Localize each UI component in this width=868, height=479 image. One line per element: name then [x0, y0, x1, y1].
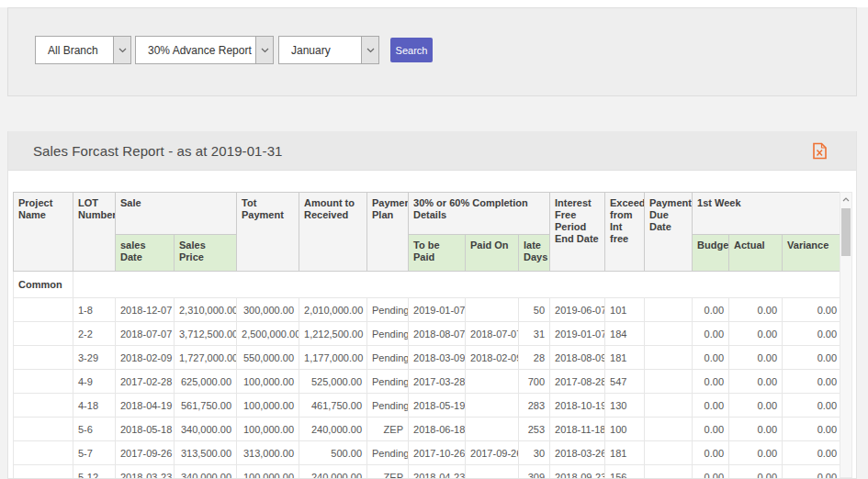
- cell-paid-on: 2017-09-26: [466, 441, 519, 465]
- cell-variance: 0.00: [783, 441, 842, 465]
- cell-due-date: [645, 322, 693, 346]
- cell-to-be-paid: 2018-03-09: [409, 346, 466, 370]
- group-row-label: Common: [14, 272, 73, 298]
- cell-late-days: 50: [519, 298, 550, 322]
- cell-sales-price: 625,000.00: [175, 370, 237, 394]
- search-button[interactable]: Search: [390, 38, 433, 62]
- cell-late-days: 253: [519, 418, 550, 441]
- header-to-be-paid: To be Paid: [409, 235, 466, 272]
- cell-sales-price: 340,000.00: [175, 418, 237, 441]
- cell-project: [14, 322, 73, 346]
- cell-amount: 1,212,500.00: [299, 322, 367, 346]
- cell-amount: 1,177,000.00: [299, 346, 367, 370]
- cell-project: [14, 394, 73, 418]
- table-row: 5-122018-03-23340,000.00100,000.00240,00…: [14, 465, 842, 479]
- group-row-spacer: [73, 272, 842, 298]
- cell-period-end: 2018-09-23: [550, 465, 605, 479]
- cell-tot-payment: 2,500,000.00: [237, 322, 299, 346]
- table-row: 4-92017-02-28625,000.00100,000.00525,000…: [14, 370, 842, 394]
- cell-due-date: [645, 370, 693, 394]
- cell-sales-date: 2017-09-26: [116, 441, 175, 465]
- cell-exceed: 181: [605, 346, 645, 370]
- month-select[interactable]: January: [278, 36, 379, 64]
- cell-to-be-paid: 2017-03-28: [409, 370, 466, 394]
- report-title-bar: Sales Forcast Report - as at 2019-01-31: [8, 131, 856, 171]
- cell-sales-date: 2017-02-28: [116, 370, 175, 394]
- cell-paid-on: [466, 418, 519, 441]
- chevron-down-icon: [361, 37, 378, 63]
- cell-period-end: 2018-11-18: [550, 418, 605, 441]
- scroll-up-icon[interactable]: [840, 193, 851, 206]
- cell-plan: ZEP: [367, 465, 409, 479]
- cell-amount: 2,010,000.00: [299, 298, 367, 322]
- cell-to-be-paid: 2019-01-07: [409, 298, 466, 322]
- cell-actual: 0.00: [729, 370, 783, 394]
- cell-to-be-paid: 2018-04-23: [409, 465, 466, 479]
- header-sale-group: Sale: [116, 193, 237, 235]
- cell-sales-date: 2018-05-18: [116, 418, 175, 441]
- cell-tot-payment: 100,000.00: [237, 370, 299, 394]
- branch-select[interactable]: All Branch: [35, 36, 131, 64]
- cell-plan: Pending: [367, 441, 409, 465]
- cell-budget: 0.00: [693, 298, 729, 322]
- header-first-week-group: 1st Week: [693, 193, 842, 235]
- cell-due-date: [645, 346, 693, 370]
- cell-lot: 4-9: [73, 370, 116, 394]
- vertical-scrollbar[interactable]: [840, 192, 852, 478]
- cell-exceed: 547: [605, 370, 645, 394]
- cell-plan: Pending: [367, 394, 409, 418]
- cell-paid-on: 2018-02-09: [466, 346, 519, 370]
- cell-sales-date: 2018-02-09: [116, 346, 175, 370]
- month-select-value: January: [279, 37, 361, 63]
- table-row: 2-22018-07-073,712,500.002,500,000.001,2…: [14, 322, 842, 346]
- cell-project: [14, 346, 73, 370]
- cell-budget: 0.00: [693, 418, 729, 441]
- header-paid-on: Paid On: [466, 235, 519, 272]
- cell-period-end: 2018-03-26: [550, 441, 605, 465]
- cell-exceed: 156: [605, 465, 645, 479]
- header-interest-free-period-end-date: Interest Free Period End Date: [550, 193, 605, 272]
- cell-to-be-paid: 2018-06-18: [409, 418, 466, 441]
- header-completion-group: 30% or 60% Completion Details: [409, 193, 550, 235]
- cell-sales-price: 313,500.00: [175, 441, 237, 465]
- cell-to-be-paid: 2018-05-19: [409, 394, 466, 418]
- filter-panel: All Branch 30% Advance Report January Se…: [7, 7, 857, 96]
- cell-amount: 240,000.00: [299, 465, 367, 479]
- report-table: Project Name LOT Number Sale Tot Payment…: [13, 192, 842, 478]
- cell-exceed: 184: [605, 322, 645, 346]
- cell-budget: 0.00: [693, 322, 729, 346]
- header-budget: Budget: [693, 235, 729, 272]
- cell-late-days: 700: [519, 370, 550, 394]
- cell-paid-on: 2018-07-07: [466, 322, 519, 346]
- cell-to-be-paid: 2018-08-07: [409, 322, 466, 346]
- cell-sales-price: 3,712,500.00: [175, 322, 237, 346]
- cell-lot: 5-7: [73, 441, 116, 465]
- cell-period-end: 2018-10-19: [550, 394, 605, 418]
- cell-actual: 0.00: [729, 465, 783, 479]
- cell-sales-price: 1,727,000.00: [175, 346, 237, 370]
- table-row: 3-292018-02-091,727,000.00550,000.001,17…: [14, 346, 842, 370]
- cell-exceed: 130: [605, 394, 645, 418]
- cell-late-days: 31: [519, 322, 550, 346]
- cell-budget: 0.00: [693, 441, 729, 465]
- cell-sales-date: 2018-03-23: [116, 465, 175, 479]
- header-payment-plan: Payment Plan: [367, 193, 409, 272]
- excel-export-icon[interactable]: [812, 142, 828, 160]
- cell-project: [14, 370, 73, 394]
- cell-plan: Pending: [367, 322, 409, 346]
- cell-actual: 0.00: [729, 346, 783, 370]
- cell-period-end: 2019-01-07: [550, 322, 605, 346]
- cell-exceed: 181: [605, 441, 645, 465]
- cell-exceed: 101: [605, 298, 645, 322]
- report-type-select[interactable]: 30% Advance Report: [135, 36, 274, 64]
- cell-project: [14, 418, 73, 441]
- cell-late-days: 309: [519, 465, 550, 479]
- cell-lot: 5-6: [73, 418, 116, 441]
- cell-tot-payment: 100,000.00: [237, 394, 299, 418]
- cell-to-be-paid: 2017-10-26: [409, 441, 466, 465]
- cell-lot: 1-8: [73, 298, 116, 322]
- branch-select-value: All Branch: [36, 37, 113, 63]
- cell-tot-payment: 100,000.00: [237, 418, 299, 441]
- scrollbar-thumb[interactable]: [841, 208, 851, 256]
- cell-tot-payment: 300,000.00: [237, 298, 299, 322]
